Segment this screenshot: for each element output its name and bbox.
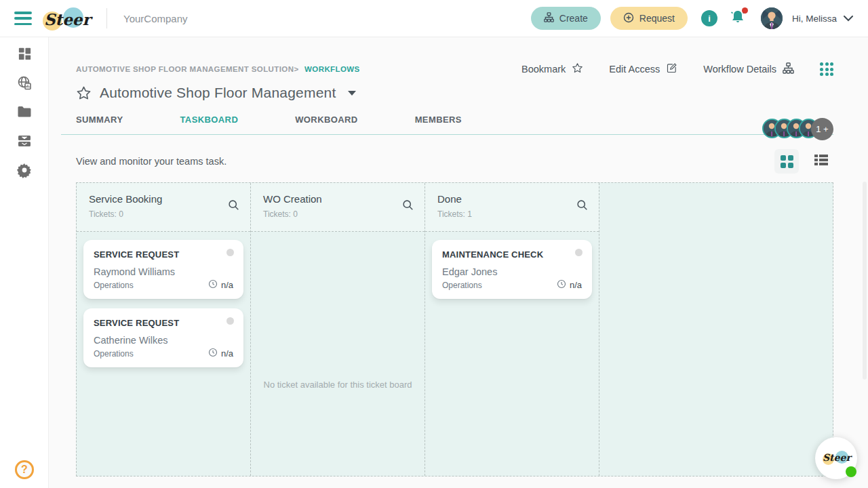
online-status-dot bbox=[846, 466, 856, 477]
status-dot bbox=[226, 249, 234, 256]
column-ticket-count: Tickets: 1 bbox=[437, 209, 587, 219]
column-search-icon[interactable] bbox=[576, 199, 588, 214]
tab-workboard[interactable]: WORKBOARD bbox=[295, 115, 357, 125]
edit-pencil-icon bbox=[666, 62, 677, 76]
info-icon[interactable]: i bbox=[701, 10, 717, 26]
grid-view-toggle[interactable] bbox=[774, 149, 799, 174]
workflow-sitemap-icon bbox=[783, 62, 794, 76]
topbar-divider bbox=[106, 8, 107, 28]
breadcrumb-current[interactable]: WORKFLOWS bbox=[304, 65, 360, 73]
column-name: WO Creation bbox=[263, 193, 412, 205]
ticket-card[interactable]: MAINTENANCE CHECK Edgar Jones Operations… bbox=[432, 240, 592, 299]
settings-gear-icon bbox=[16, 162, 33, 181]
breadcrumb-separator: > bbox=[294, 65, 298, 73]
hamburger-menu-icon[interactable] bbox=[14, 12, 32, 25]
dashboard-icon bbox=[17, 45, 33, 64]
ticket-due: n/a bbox=[557, 279, 582, 291]
page-title: Automotive Shop Floor Management bbox=[100, 85, 336, 101]
column-search-icon[interactable] bbox=[402, 199, 414, 214]
clock-icon bbox=[208, 279, 218, 291]
chat-steer-logo: Steer bbox=[823, 452, 851, 463]
sidebar-item-inbox[interactable] bbox=[0, 127, 49, 157]
request-button[interactable]: Request bbox=[610, 7, 688, 30]
column-header: Service Booking Tickets: 0 bbox=[77, 183, 250, 232]
sitemap-icon bbox=[544, 12, 554, 24]
create-button-label: Create bbox=[559, 13, 588, 24]
title-dropdown-caret[interactable] bbox=[348, 91, 356, 96]
main-content: AUTOMOTIVE SHOP FLOOR MANAGEMENT SOLUTIO… bbox=[49, 37, 868, 488]
ticket-title: SERVICE REQUEST bbox=[94, 249, 233, 260]
ticket-team: Operations bbox=[94, 349, 134, 359]
ticket-assignee: Edgar Jones bbox=[442, 266, 582, 277]
clock-icon bbox=[557, 279, 566, 291]
chevron-down-icon[interactable] bbox=[844, 16, 853, 22]
member-avatar-stack: 1 + bbox=[762, 119, 833, 140]
status-dot bbox=[575, 249, 583, 256]
notifications-bell-icon[interactable] bbox=[730, 9, 746, 28]
ticket-assignee: Raymond Williams bbox=[94, 266, 233, 277]
folder-icon bbox=[16, 104, 33, 123]
star-outline-icon bbox=[572, 62, 583, 76]
ticket-team: Operations bbox=[442, 281, 482, 290]
ticket-team: Operations bbox=[94, 281, 134, 290]
column-name: Service Booking bbox=[89, 193, 238, 205]
column-search-icon[interactable] bbox=[228, 199, 239, 214]
breadcrumb: AUTOMOTIVE SHOP FLOOR MANAGEMENT SOLUTIO… bbox=[76, 65, 360, 73]
empty-column-message: No ticket available for this ticket boar… bbox=[264, 380, 412, 468]
ticket-title: SERVICE REQUEST bbox=[94, 318, 233, 328]
grid-view-icon bbox=[781, 155, 793, 168]
apps-grid-icon[interactable] bbox=[820, 62, 833, 76]
ticket-due: n/a bbox=[208, 348, 233, 359]
avatar-overflow-count[interactable]: 1 + bbox=[811, 118, 833, 140]
ticket-card[interactable]: SERVICE REQUEST Catherine Wilkes Operati… bbox=[83, 308, 243, 367]
steer-logo-text: Steer bbox=[44, 10, 91, 28]
tab-summary[interactable]: SUMMARY bbox=[76, 115, 123, 125]
top-bar: Steer YourCompany Create Request i bbox=[0, 0, 868, 37]
ticket-due: n/a bbox=[208, 279, 233, 291]
column-name: Done bbox=[437, 193, 587, 205]
edit-access-button[interactable]: Edit Access bbox=[609, 62, 677, 76]
create-button[interactable]: Create bbox=[531, 7, 601, 30]
bookmark-label: Bookmark bbox=[521, 64, 566, 75]
edit-access-label: Edit Access bbox=[609, 64, 660, 75]
bookmark-button[interactable]: Bookmark bbox=[521, 62, 583, 76]
user-greeting[interactable]: Hi, Melissa bbox=[792, 14, 837, 24]
tab-taskboard[interactable]: TASKBOARD bbox=[180, 115, 238, 125]
user-avatar[interactable] bbox=[761, 7, 783, 29]
left-sidebar: ? bbox=[0, 37, 49, 488]
tab-bar: SUMMARY TASKBOARD WORKBOARD MEMBERS 1 + bbox=[61, 115, 833, 135]
list-view-icon bbox=[814, 154, 829, 169]
ticket-card[interactable]: SERVICE REQUEST Raymond Williams Operati… bbox=[83, 240, 243, 299]
column-ticket-count: Tickets: 0 bbox=[263, 209, 412, 219]
vertical-scrollbar[interactable] bbox=[863, 182, 867, 380]
list-view-toggle[interactable] bbox=[809, 149, 833, 174]
taskboard: Service Booking Tickets: 0 SERVICE REQUE… bbox=[76, 182, 833, 476]
notification-badge bbox=[742, 7, 748, 14]
sidebar-item-reports[interactable] bbox=[0, 69, 49, 98]
sidebar-item-dashboard[interactable] bbox=[0, 40, 49, 69]
favorite-star-icon[interactable] bbox=[76, 85, 92, 101]
column-service-booking: Service Booking Tickets: 0 SERVICE REQUE… bbox=[77, 183, 251, 476]
inbox-icon bbox=[16, 133, 33, 152]
chat-widget-button[interactable]: Steer bbox=[815, 437, 857, 479]
sidebar-item-settings[interactable] bbox=[0, 157, 49, 186]
company-name: YourCompany bbox=[123, 13, 188, 24]
column-done: Done Tickets: 1 MAINTENANCE CHECK Edgar … bbox=[425, 183, 599, 476]
sidebar-item-projects[interactable] bbox=[0, 98, 49, 127]
breadcrumb-parent[interactable]: AUTOMOTIVE SHOP FLOOR MANAGEMENT SOLUTIO… bbox=[76, 65, 294, 73]
tab-members[interactable]: MEMBERS bbox=[415, 115, 462, 125]
column-header: Done Tickets: 1 bbox=[425, 183, 599, 232]
column-ticket-count: Tickets: 0 bbox=[89, 209, 238, 219]
status-dot bbox=[226, 317, 234, 325]
column-wo-creation: WO Creation Tickets: 0 No ticket availab… bbox=[251, 183, 425, 476]
plus-circle-icon bbox=[623, 12, 634, 25]
clock-icon bbox=[208, 348, 218, 359]
steer-logo[interactable]: Steer bbox=[43, 3, 87, 33]
workflow-details-button[interactable]: Workflow Details bbox=[703, 62, 794, 76]
help-icon[interactable]: ? bbox=[15, 460, 34, 479]
ticket-title: MAINTENANCE CHECK bbox=[442, 249, 582, 260]
ticket-assignee: Catherine Wilkes bbox=[94, 335, 233, 346]
board-subtitle: View and monitor your teams task. bbox=[76, 156, 226, 167]
reports-globe-icon bbox=[16, 75, 33, 94]
column-header: WO Creation Tickets: 0 bbox=[251, 183, 425, 232]
